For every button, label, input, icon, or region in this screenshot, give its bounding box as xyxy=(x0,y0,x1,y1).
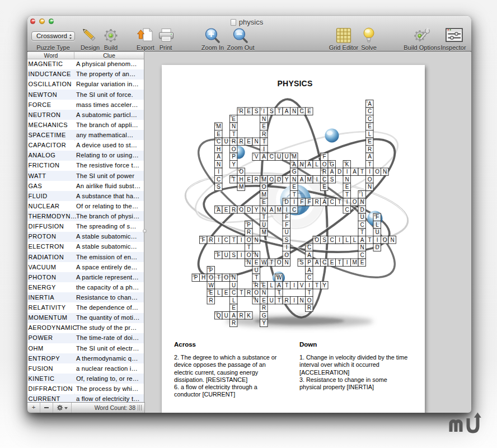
svg-text:H: H xyxy=(217,146,221,152)
svg-text:F: F xyxy=(285,222,288,228)
svg-text:T: T xyxy=(315,282,318,288)
svg-text:U: U xyxy=(224,312,228,319)
svg-text:A: A xyxy=(300,176,304,183)
svg-text:O: O xyxy=(247,237,251,243)
svg-text:18: 18 xyxy=(283,199,287,202)
svg-text:E: E xyxy=(262,199,266,205)
svg-text:U: U xyxy=(285,229,289,235)
svg-text:R: R xyxy=(232,207,236,213)
svg-text:U: U xyxy=(375,229,379,235)
svg-text:N: N xyxy=(300,297,304,304)
svg-text:G: G xyxy=(292,169,297,175)
svg-text:24: 24 xyxy=(306,244,310,247)
svg-text:C: C xyxy=(330,237,334,243)
svg-text:9: 9 xyxy=(321,153,323,156)
svg-text:C: C xyxy=(322,176,326,183)
svg-text:I: I xyxy=(293,297,295,304)
svg-text:A: A xyxy=(360,237,364,243)
svg-text:U: U xyxy=(224,138,228,144)
svg-text:I: I xyxy=(241,252,242,258)
svg-text:T: T xyxy=(368,237,372,243)
svg-text:A: A xyxy=(315,259,319,265)
svg-text:Y: Y xyxy=(322,282,326,288)
svg-text:N: N xyxy=(368,184,372,190)
svg-text:H: H xyxy=(201,274,205,281)
svg-text:S: S xyxy=(232,252,236,258)
svg-text:I: I xyxy=(241,237,242,243)
svg-text:M: M xyxy=(262,229,266,235)
svg-text:5: 5 xyxy=(215,123,217,126)
svg-text:C: C xyxy=(368,108,372,114)
svg-text:C: C xyxy=(345,207,349,213)
svg-text:12: 12 xyxy=(344,161,347,164)
svg-text:E: E xyxy=(247,176,251,183)
svg-text:H: H xyxy=(240,176,243,183)
svg-text:U: U xyxy=(277,153,281,160)
svg-text:1: 1 xyxy=(367,100,368,103)
svg-text:C: C xyxy=(217,138,221,144)
svg-text:A: A xyxy=(322,199,326,205)
svg-text:I: I xyxy=(218,237,219,243)
svg-text:N: N xyxy=(345,176,349,183)
svg-text:P: P xyxy=(232,153,236,160)
svg-text:15: 15 xyxy=(231,176,234,179)
svg-text:30: 30 xyxy=(193,274,196,277)
svg-text:17: 17 xyxy=(359,191,362,194)
svg-text:N: N xyxy=(383,169,387,175)
svg-text:I: I xyxy=(308,282,310,288)
svg-text:R: R xyxy=(247,290,251,296)
svg-text:R: R xyxy=(255,176,259,183)
svg-text:N: N xyxy=(300,161,304,167)
svg-text:29: 29 xyxy=(208,267,211,269)
svg-text:L: L xyxy=(376,222,379,228)
svg-text:36: 36 xyxy=(253,297,256,300)
svg-text:T: T xyxy=(255,274,258,281)
svg-text:F: F xyxy=(323,153,326,160)
svg-text:O: O xyxy=(375,169,379,175)
svg-text:O: O xyxy=(322,161,327,167)
svg-text:E: E xyxy=(255,259,259,265)
svg-text:U: U xyxy=(255,267,259,273)
svg-text:E: E xyxy=(232,116,236,122)
svg-text:V: V xyxy=(255,153,259,160)
svg-text:L: L xyxy=(232,297,236,304)
svg-text:T: T xyxy=(217,274,221,281)
svg-text:22: 22 xyxy=(200,236,204,239)
svg-text:Y: Y xyxy=(262,320,266,326)
svg-text:M: M xyxy=(239,184,243,190)
svg-text:P: P xyxy=(307,259,311,265)
svg-text:A: A xyxy=(307,267,311,273)
svg-text:F: F xyxy=(285,214,288,220)
svg-text:C: C xyxy=(360,222,364,228)
svg-text:31: 31 xyxy=(231,274,234,277)
svg-text:E: E xyxy=(330,259,334,265)
svg-text:R: R xyxy=(315,199,318,205)
svg-text:I: I xyxy=(346,199,348,205)
svg-text:A: A xyxy=(307,161,311,167)
svg-text:O: O xyxy=(224,274,228,281)
svg-text:L: L xyxy=(217,290,221,296)
svg-text:A: A xyxy=(232,312,236,319)
svg-text:T: T xyxy=(338,199,341,205)
svg-text:T: T xyxy=(368,161,372,167)
svg-text:E: E xyxy=(368,123,372,129)
svg-text:34: 34 xyxy=(261,282,264,284)
svg-text:U: U xyxy=(270,297,274,304)
svg-text:I: I xyxy=(293,199,295,205)
svg-text:O: O xyxy=(254,290,259,296)
svg-text:14: 14 xyxy=(321,169,325,171)
svg-text:M: M xyxy=(277,207,282,213)
svg-text:N: N xyxy=(262,116,266,122)
svg-text:I: I xyxy=(339,237,340,243)
svg-text:T: T xyxy=(240,290,243,296)
svg-text:26: 26 xyxy=(253,251,256,254)
svg-text:R: R xyxy=(240,108,243,114)
svg-text:T: T xyxy=(247,244,251,250)
svg-text:O: O xyxy=(239,207,243,213)
svg-text:2: 2 xyxy=(238,108,240,111)
svg-text:M: M xyxy=(307,176,311,183)
svg-text:L: L xyxy=(270,282,273,288)
svg-text:S: S xyxy=(217,184,221,190)
svg-text:O: O xyxy=(353,199,357,205)
svg-text:D: D xyxy=(277,176,281,183)
